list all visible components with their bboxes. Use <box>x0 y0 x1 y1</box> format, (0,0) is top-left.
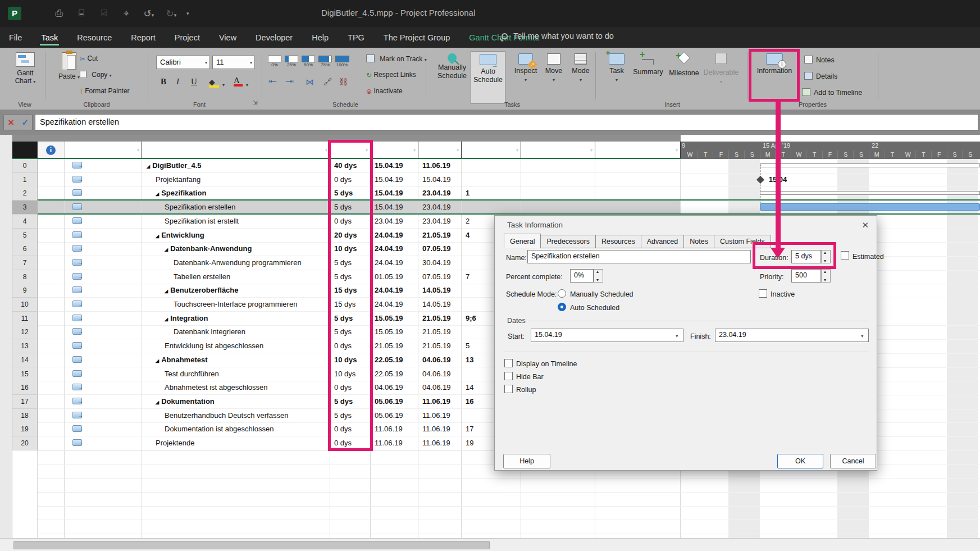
column-header-vorgangsname[interactable]: Vorgangsname▾ <box>142 142 330 159</box>
cell-add-new-column[interactable] <box>595 186 681 201</box>
cell-finish[interactable]: 04.06.19 <box>418 353 462 367</box>
cell-task-mode[interactable] <box>65 173 142 187</box>
publish-icon[interactable]: ⍃ <box>97 8 111 19</box>
menu-tab-project[interactable]: Project <box>174 29 201 47</box>
collapse-triangle-icon[interactable]: ◢ <box>156 358 159 363</box>
column-header-predecessors[interactable]: Predecessors▾ <box>462 142 521 159</box>
column-header-task-mode[interactable]: Task Mode▾ <box>65 142 142 159</box>
percent-75-button[interactable]: 75% <box>318 56 332 67</box>
undo-icon[interactable]: ↺▾ <box>142 8 156 20</box>
font-name-select[interactable]: Calibri▾ <box>156 56 210 69</box>
row-number[interactable]: 5 <box>12 229 38 243</box>
help-button[interactable]: Help <box>503 454 550 468</box>
cell-predecessors[interactable] <box>462 173 521 187</box>
collapse-triangle-icon[interactable]: ◢ <box>165 247 168 252</box>
display-on-timeline-checkbox[interactable] <box>504 359 513 367</box>
cell-task-mode[interactable] <box>65 339 142 353</box>
row-number[interactable]: 16 <box>12 381 38 395</box>
select-all-corner[interactable] <box>12 142 38 159</box>
select-icon[interactable]: ⌖ <box>119 8 134 19</box>
cell-task-name[interactable]: ◢Datenbank-Anwendung <box>142 242 330 256</box>
chevron-down-icon[interactable]: ▾ <box>590 142 592 159</box>
collapse-triangle-icon[interactable]: ◢ <box>156 400 159 405</box>
unlink-tasks-icon[interactable]: ⛓︎ <box>339 77 348 86</box>
chevron-down-icon[interactable]: ▾ <box>516 142 518 159</box>
cell-start[interactable]: 05.06.19 <box>371 395 418 409</box>
cell-start[interactable]: 15.04.19 <box>371 186 418 201</box>
cell-finish[interactable]: 11.06.19 <box>418 159 462 173</box>
cell-duration[interactable]: 0 dys <box>330 339 371 353</box>
cell-task-mode[interactable] <box>65 381 142 395</box>
table-row[interactable]: 0◢DigiButler_4.540 dys15.04.1911.06.19 <box>12 159 681 173</box>
menu-tab-the-project-group[interactable]: The Project Group <box>382 29 451 47</box>
cell-duration[interactable]: 5 dys <box>330 395 371 409</box>
cell-start[interactable]: 15.05.19 <box>371 325 418 339</box>
cell-resource-names[interactable] <box>521 186 595 201</box>
save-icon[interactable]: ⎙ <box>52 8 66 19</box>
cell-task-name[interactable]: ◢Dokumentation <box>142 395 330 409</box>
cell-task-name[interactable]: Benutzerhandbuch Deutsch verfassen <box>142 409 330 423</box>
cell-task-name[interactable]: ◢Entwicklung <box>142 229 330 243</box>
customize-qat-icon[interactable]: ▾ <box>186 11 189 16</box>
cell-task-name[interactable]: Test durchführen <box>142 367 330 381</box>
chevron-down-icon[interactable]: ▾ <box>366 142 368 159</box>
chevron-down-icon[interactable]: ▾ <box>137 142 139 159</box>
cell-predecessors[interactable]: 1 <box>462 186 521 201</box>
finish-combobox[interactable]: 23.04.19 <box>715 329 869 342</box>
redo-icon[interactable]: ↻▾ <box>164 8 179 20</box>
cell-task-name[interactable]: Datenbank integrieren <box>142 325 330 339</box>
cell-task-mode[interactable] <box>65 395 142 409</box>
cancel-button[interactable]: Cancel <box>830 454 876 468</box>
column-header-start[interactable]: Start▾ <box>371 142 418 159</box>
dialog-tab-predecessors[interactable]: Predecessors <box>541 235 595 248</box>
cell-finish[interactable]: 21.05.19 <box>418 312 462 326</box>
menu-tab-developer[interactable]: Developer <box>254 29 294 47</box>
cell-finish[interactable]: 11.06.19 <box>418 409 462 423</box>
cut-button[interactable]: ✂ Cut <box>80 54 98 63</box>
format-painter-button[interactable]: ⌇ Format Painter <box>80 87 130 95</box>
cancel-entry-icon[interactable]: ✕ <box>8 118 15 127</box>
insert-deliverable-button[interactable]: Deliverable▾ <box>703 51 739 86</box>
percent-50-button[interactable]: 50% <box>301 56 316 67</box>
cell-task-name[interactable]: Spezifikation ist erstellt <box>142 215 330 229</box>
cell-duration[interactable]: 10 dys <box>330 353 371 367</box>
insert-summary-button[interactable]: + Summary <box>631 51 665 76</box>
cell-task-name[interactable]: Entwicklung ist abgeschlossen <box>142 339 330 353</box>
priority-field[interactable]: 500 <box>791 269 821 283</box>
menu-tab-view[interactable]: View <box>218 29 238 47</box>
row-number[interactable]: 13 <box>12 339 38 353</box>
italic-button[interactable]: I <box>176 77 179 86</box>
cell-resource-names[interactable] <box>521 159 595 173</box>
cell-task-mode[interactable] <box>65 242 142 256</box>
cell-duration[interactable]: 0 dys <box>330 436 371 450</box>
priority-spinner[interactable] <box>821 269 831 283</box>
cell-task-mode[interactable] <box>65 409 142 423</box>
menu-tab-resource[interactable]: Resource <box>76 29 113 47</box>
row-number[interactable]: 11 <box>12 312 38 326</box>
cell-task-mode[interactable] <box>65 436 142 450</box>
auto-scheduled-radio[interactable] <box>558 303 566 311</box>
percent-0-button[interactable]: 0% <box>267 56 282 67</box>
column-header-duration[interactable]: Duration▾ <box>330 142 371 159</box>
cell-finish[interactable]: 23.04.19 <box>418 186 462 201</box>
menu-tab-help[interactable]: Help <box>311 29 330 47</box>
notes-button[interactable]: Notes <box>804 56 835 64</box>
cell-task-name[interactable]: ◢Benutzeroberfläche <box>142 284 330 298</box>
add-to-timeline-button[interactable]: Add to Timeline <box>802 88 862 97</box>
collapse-triangle-icon[interactable]: ◢ <box>165 317 168 322</box>
cell-start[interactable]: 05.06.19 <box>371 409 418 423</box>
row-number[interactable]: 17 <box>12 395 38 409</box>
cell-finish[interactable]: 21.05.19 <box>418 229 462 243</box>
cell-duration[interactable]: 10 dys <box>330 242 371 256</box>
row-number[interactable]: 4 <box>12 215 38 229</box>
cell-start[interactable]: 11.06.19 <box>371 436 418 450</box>
bold-button[interactable]: B <box>161 77 166 86</box>
cell-task-name[interactable]: ◢DigiButler_4.5 <box>142 159 330 173</box>
row-number[interactable]: 9 <box>12 284 38 298</box>
row-number[interactable]: 19 <box>12 422 38 436</box>
menu-tab-report[interactable]: Report <box>130 29 157 47</box>
cell-finish[interactable]: 11.06.19 <box>418 422 462 436</box>
highlight-color-button[interactable]: ◆ <box>209 77 219 88</box>
chevron-down-icon[interactable]: ▾ <box>325 142 327 159</box>
ok-button[interactable]: OK <box>777 454 823 468</box>
